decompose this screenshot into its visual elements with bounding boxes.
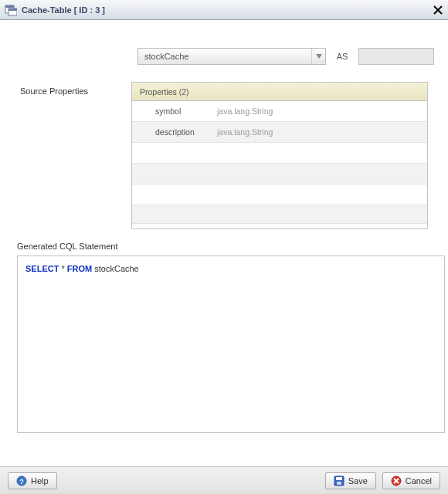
source-select[interactable]: stockCache bbox=[137, 48, 326, 65]
cql-text: stockCache bbox=[92, 264, 139, 273]
table-row bbox=[132, 224, 427, 228]
help-button-label: Help bbox=[31, 476, 49, 486]
as-label: AS bbox=[331, 52, 353, 61]
cancel-button[interactable]: Cancel bbox=[382, 472, 440, 489]
close-icon[interactable] bbox=[433, 5, 443, 15]
properties-header[interactable]: Properties (2) bbox=[132, 83, 427, 101]
window-icon bbox=[5, 4, 17, 16]
property-name: symbol bbox=[155, 107, 217, 116]
alias-input[interactable] bbox=[358, 48, 434, 65]
generated-cql-label: Generated CQL Statement bbox=[17, 242, 434, 251]
save-button-label: Save bbox=[348, 476, 368, 486]
table-row[interactable]: symbol java.lang.String bbox=[132, 101, 427, 122]
table-row bbox=[132, 205, 427, 224]
cancel-button-label: Cancel bbox=[406, 476, 432, 486]
footer-bar: ? Help Save Cancel bbox=[0, 466, 448, 494]
svg-rect-11 bbox=[337, 482, 341, 485]
help-button[interactable]: ? Help bbox=[8, 472, 57, 489]
cql-keyword-select: SELECT bbox=[25, 264, 59, 273]
help-icon: ? bbox=[16, 475, 27, 486]
cancel-icon bbox=[391, 475, 402, 486]
svg-text:?: ? bbox=[19, 477, 24, 485]
source-select-value: stockCache bbox=[138, 52, 188, 61]
table-row bbox=[132, 143, 427, 164]
title-bar: Cache-Table [ ID : 3 ] bbox=[0, 0, 448, 20]
table-row bbox=[132, 184, 427, 205]
generated-cql-output[interactable]: SELECT * FROM stockCache bbox=[17, 255, 445, 433]
svg-marker-6 bbox=[316, 54, 322, 59]
source-properties-label: Source Properties bbox=[14, 82, 131, 229]
svg-rect-10 bbox=[336, 477, 342, 480]
table-row bbox=[132, 164, 427, 184]
dropdown-arrow-icon bbox=[311, 49, 325, 64]
save-button[interactable]: Save bbox=[325, 472, 376, 489]
property-type: java.lang.String bbox=[217, 107, 273, 116]
cql-keyword-from: FROM bbox=[67, 264, 92, 273]
save-icon bbox=[334, 475, 344, 486]
svg-rect-3 bbox=[8, 8, 17, 11]
table-row[interactable]: description java.lang.String bbox=[132, 122, 427, 143]
property-name: description bbox=[155, 127, 217, 137]
properties-table: Properties (2) symbol java.lang.String d… bbox=[131, 82, 428, 229]
svg-rect-1 bbox=[5, 5, 14, 8]
property-type: java.lang.String bbox=[217, 127, 273, 137]
window-title: Cache-Table [ ID : 3 ] bbox=[22, 5, 105, 15]
cql-text: * bbox=[59, 264, 66, 273]
